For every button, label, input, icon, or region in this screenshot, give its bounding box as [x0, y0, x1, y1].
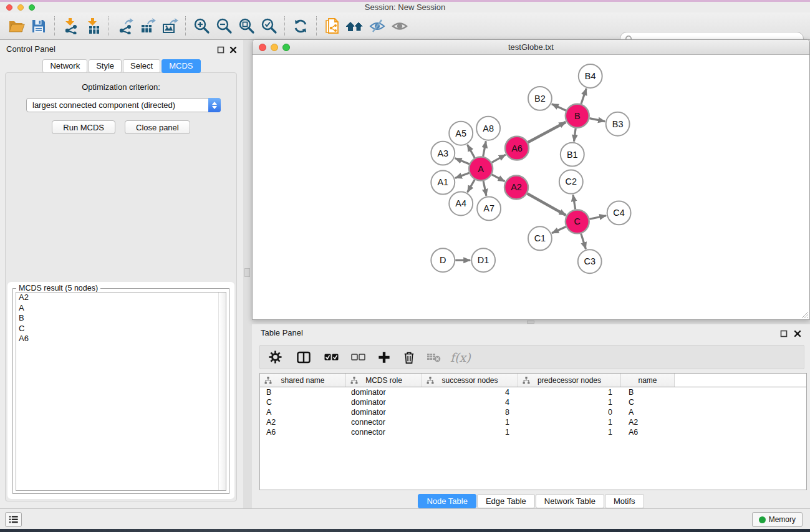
column-header-shared-name[interactable]: shared name [260, 374, 346, 387]
mcds-result-item[interactable]: A [16, 303, 226, 314]
window-resize-grip[interactable] [801, 311, 809, 319]
import-network-button[interactable] [59, 16, 82, 37]
zoom-out-button[interactable] [213, 16, 235, 37]
delete-table-button[interactable] [427, 352, 441, 363]
edge-A-A2[interactable] [492, 175, 505, 181]
float-table-panel-icon[interactable] [780, 329, 788, 340]
edge-B-B2[interactable] [552, 104, 566, 111]
close-panel-button[interactable]: Close panel [125, 120, 190, 134]
new-network-from-selection-button[interactable] [321, 16, 344, 37]
node-table[interactable]: shared name MCDS role successor nodes pr… [259, 373, 807, 490]
column-header-predecessor-nodes[interactable]: predecessor nodes [518, 374, 621, 387]
zoom-in-button[interactable] [190, 16, 213, 37]
node-label-B2: B2 [534, 94, 546, 104]
tab-node-table[interactable]: Node Table [418, 494, 476, 508]
horizontal-splitter-handle[interactable] [527, 321, 534, 324]
edge-B-B3[interactable] [589, 118, 605, 122]
table-cell: A6 [621, 427, 675, 437]
zoom-window-button[interactable] [29, 4, 35, 11]
edge-C-C1[interactable] [552, 227, 566, 233]
minimize-window-button[interactable] [17, 4, 24, 11]
edge-C-C2[interactable] [573, 195, 576, 209]
show-all-button[interactable] [388, 16, 411, 37]
mcds-buttons-row: Run MCDS Close panel [6, 120, 236, 134]
function-builder-button[interactable]: f(x) [450, 351, 471, 364]
edge-B-B1[interactable] [574, 128, 576, 142]
table-row[interactable]: Adominator80A [260, 407, 806, 417]
edge-A-A3[interactable] [455, 158, 470, 164]
open-folder-icon [7, 18, 25, 34]
mcds-result-item[interactable]: A6 [16, 334, 226, 344]
close-panel-icon[interactable] [229, 45, 237, 56]
table-row[interactable]: A6connector11A6 [260, 427, 806, 437]
task-history-button[interactable] [5, 512, 22, 527]
mcds-result-item[interactable]: C [16, 324, 226, 334]
edge-A-A6[interactable] [491, 155, 505, 163]
select-all-button[interactable] [324, 354, 339, 360]
mcds-tab-content: Optimization criterion: largest connecte… [5, 72, 237, 501]
table-row[interactable]: Bdominator41B [260, 387, 806, 397]
network-canvas[interactable]: B4B2BB3A8A5A6A3B1AA1C2A2A4A7C4CC1C3DD1 [253, 56, 809, 319]
edge-A-A4[interactable] [468, 180, 475, 192]
table-settings-button[interactable] [269, 351, 282, 364]
edge-A-A1[interactable] [455, 173, 469, 178]
tab-select[interactable]: Select [123, 59, 160, 73]
memory-button[interactable]: Memory [752, 512, 803, 527]
mcds-result-item[interactable]: A2 [16, 293, 226, 303]
scrollbar-track[interactable] [218, 293, 226, 490]
dropdown-stepper-icon [208, 98, 221, 112]
hide-eye-icon [369, 18, 386, 34]
close-window-button[interactable] [6, 4, 12, 11]
zoom-out-icon [216, 17, 233, 34]
app-titlebar: Session: New Session [0, 2, 810, 12]
save-session-button[interactable] [27, 16, 50, 37]
tab-edge-table[interactable]: Edge Table [477, 494, 535, 508]
column-header-name[interactable]: name [621, 374, 675, 387]
add-column-button[interactable] [378, 351, 390, 364]
zoom-fit-button[interactable] [235, 16, 258, 37]
edge-A-A5[interactable] [467, 145, 475, 158]
column-header-successor-nodes[interactable]: successor nodes [422, 374, 518, 387]
import-table-button[interactable] [82, 16, 104, 37]
vertical-splitter-handle[interactable] [244, 268, 250, 277]
edge-A2-C[interactable] [527, 193, 566, 215]
close-table-panel-icon[interactable] [794, 329, 801, 340]
mcds-result-title: MCDS result (5 nodes) [16, 284, 100, 293]
deselect-all-button[interactable] [351, 354, 365, 360]
table-row[interactable]: Cdominator41C [260, 397, 806, 407]
run-mcds-button[interactable]: Run MCDS [52, 120, 115, 134]
toolbar-separator [108, 16, 109, 36]
tab-network-table[interactable]: Network Table [536, 494, 604, 508]
edge-A-A7[interactable] [483, 181, 486, 196]
edge-C-C4[interactable] [589, 216, 606, 220]
export-network-button[interactable] [113, 16, 136, 37]
column-header-mcds-role[interactable]: MCDS role [346, 374, 422, 387]
floppy-disk-icon [31, 19, 46, 34]
refresh-button[interactable] [289, 16, 312, 37]
zoom-selected-button[interactable] [258, 16, 280, 37]
open-file-button[interactable] [5, 16, 27, 37]
edge-A-A8[interactable] [483, 141, 486, 157]
float-panel-icon[interactable] [217, 45, 224, 56]
memory-label: Memory [769, 515, 796, 524]
show-column-button[interactable] [297, 351, 311, 364]
tab-network[interactable]: Network [42, 59, 87, 73]
network-graph[interactable]: B4B2BB3A8A5A6A3B1AA1C2A2A4A7C4CC1C3DD1 [253, 56, 809, 319]
mcds-result-item[interactable]: B [16, 313, 226, 324]
mcds-result-list[interactable]: A2ABCA6 [16, 292, 226, 491]
edge-C-C3[interactable] [581, 233, 586, 249]
tab-motifs[interactable]: Motifs [605, 494, 644, 508]
first-neighbors-button[interactable] [344, 16, 366, 37]
delete-column-button[interactable] [403, 351, 415, 364]
table-row[interactable]: A2connector11A2 [260, 417, 806, 427]
hide-selection-button[interactable] [366, 16, 388, 37]
export-image-button[interactable] [158, 16, 181, 37]
tab-style[interactable]: Style [89, 59, 122, 73]
export-table-button[interactable] [136, 16, 158, 37]
criterion-dropdown[interactable]: largest connected component (directed) [26, 98, 221, 112]
table-cell: 1 [518, 387, 621, 397]
network-window-titlebar[interactable]: testGlobe.txt [253, 40, 809, 55]
tab-mcds[interactable]: MCDS [162, 59, 200, 73]
edge-B-B4[interactable] [581, 89, 586, 104]
edge-A6-B[interactable] [528, 122, 566, 143]
